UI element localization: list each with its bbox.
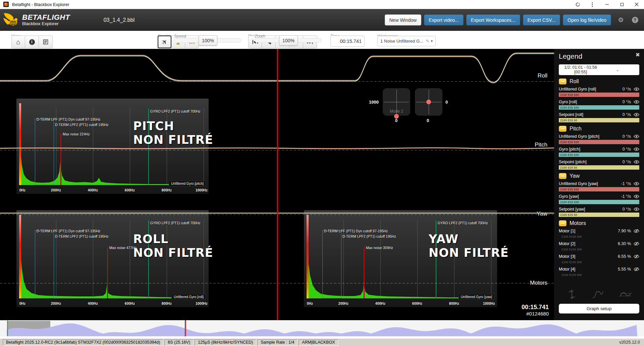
workspace-select[interactable]: 1 Noise Unfiltered G... ✎ ▾ — [377, 36, 436, 46]
collapse-group-button[interactable] — [559, 126, 567, 132]
collapse-group-button[interactable] — [559, 220, 567, 226]
spectrum-field-chip: Unfiltered Gyro [roll] — [171, 294, 206, 300]
status-sample-rate: Sample Rate : 1/4 — [257, 339, 298, 346]
legend-row[interactable]: Setpoint [pitch]0 °/s Z100 E25 $0 — [559, 159, 639, 170]
maximize-button[interactable] — [614, 0, 629, 9]
betaflight-logo: BETAFLIGHT Blackbox Explorer — [3, 12, 70, 28]
seek-bar[interactable] — [0, 320, 644, 336]
dterm-lpf-label: D-TERM LPF (PT1) Dyn cutoff 97-195Hz — [37, 117, 101, 121]
graph-area[interactable]: D-TERM LPF (PT1) Dyn cutoff 97-195Hz D-T… — [0, 49, 554, 320]
expo-curve-icon[interactable] — [592, 289, 605, 299]
view-info-button[interactable]: i — [25, 36, 39, 48]
overlay-craft-button[interactable]: ✈ — [158, 36, 171, 48]
legend-row[interactable]: Motor [4]5.55 % Z100 E100 $50 — [559, 267, 639, 277]
new-window-button[interactable]: New Window — [385, 14, 422, 25]
eye-slash-icon[interactable] — [634, 242, 639, 246]
extensions-icon[interactable] — [570, 0, 585, 9]
pencil-icon[interactable]: ✎ — [426, 39, 430, 44]
eye-slash-icon[interactable] — [634, 254, 639, 258]
view-log-button[interactable] — [39, 36, 53, 48]
max-noise-bar — [364, 247, 365, 298]
eye-icon[interactable] — [634, 207, 639, 211]
export-video-button[interactable]: Export video... — [424, 14, 464, 25]
legend-row[interactable]: Motor [1]7.90 % Z100 E100 $50 — [559, 228, 639, 239]
settings-gear-icon[interactable]: ⚙ — [616, 16, 625, 24]
minimize-button[interactable] — [600, 0, 614, 9]
menu-kebab-icon[interactable]: ⋮ — [585, 0, 600, 9]
close-button[interactable] — [629, 0, 644, 9]
toolbar: View ⌂ i Overlay ✈ Playback Speed 100% Z… — [0, 31, 644, 49]
dterm-lpf-label: D-TERM LPF (PT1) Dyn cutoff 97-195Hz — [324, 229, 388, 233]
eye-icon[interactable] — [634, 113, 639, 117]
right-stick-bottom-value: 0 — [427, 118, 429, 123]
collapse-group-button[interactable] — [559, 78, 567, 84]
legend-close-icon[interactable]: ✖ — [636, 52, 640, 58]
frame-number: #0124680 — [522, 311, 549, 316]
help-icon[interactable]: ? — [631, 16, 639, 24]
graph-setup-button[interactable]: Graph setup — [559, 304, 639, 313]
legend-row[interactable]: Unfiltered Gyro [yaw]-1 °/s Z100 E25 $30 — [559, 181, 639, 191]
info-icon: i — [29, 39, 35, 45]
dterm-lpf-range-box — [35, 119, 54, 185]
eye-icon[interactable] — [634, 147, 639, 151]
legend-row[interactable]: Motor [3]6.55 % Z100 E100 $50 — [559, 254, 639, 264]
log-range-select[interactable]: 1/2: 01:01 - 01:56 [00:55] ⌄ — [559, 64, 639, 75]
max-noise-bar — [107, 247, 108, 298]
field-name: Motor [4] — [559, 267, 618, 272]
curve-settings-bar: Z100 E25 $30 — [559, 187, 639, 191]
eye-icon[interactable] — [634, 194, 639, 198]
legend-panel: ✖ Legend 1/2: 01:01 - 01:56 [00:55] ⌄ Ro… — [554, 49, 644, 320]
view-home-button[interactable]: ⌂ — [11, 36, 25, 48]
spectrum-field-chip: Unfiltered Gyro [pitch] — [169, 181, 206, 186]
max-noise-label: Max noise 224Hz — [63, 132, 90, 136]
legend-row[interactable]: Unfiltered Gyro [pitch]0 °/s Z100 E25 $3… — [559, 134, 639, 144]
legend-row[interactable]: Motor [2]6.30 % Z100 E100 $50 — [559, 241, 639, 251]
legend-row[interactable]: Gyro [pitch]0 °/s Z100 E25 $30 — [559, 147, 639, 157]
spectrum-field-chip: Unfiltered Gyro [yaw] — [459, 294, 494, 300]
app-header: BETAFLIGHT Blackbox Explorer 03_1.4_2.bb… — [0, 9, 644, 31]
smoothing-curve-icon[interactable] — [619, 289, 632, 299]
gyro-lpf-label: GYRO LPF2 (PT1) cutoff 700Hz — [150, 221, 201, 225]
freq-tick: 800Hz — [449, 301, 459, 305]
app-icon — [3, 2, 9, 7]
time-input[interactable]: 00:15.741 — [330, 36, 365, 47]
curve-settings-bar: Z100 E25 $30 — [559, 200, 639, 204]
field-value: 6.30 % — [618, 241, 631, 246]
brand-title: BETAFLIGHT — [22, 14, 70, 21]
field-value: 0 °/s — [623, 160, 631, 164]
legend-row[interactable]: Gyro [yaw]-1 °/s Z100 E25 $30 — [559, 194, 639, 204]
export-csv-button[interactable]: Export CSV... — [523, 14, 560, 25]
eye-icon[interactable] — [634, 134, 639, 138]
freq-tick: 800Hz — [162, 301, 172, 305]
legend-row[interactable]: Setpoint [roll]0 °/s Z100 E25 $0 — [559, 112, 639, 122]
legend-row[interactable]: Unfiltered Gyro [roll]0 °/s Z100 E25 $30 — [559, 86, 639, 97]
zoom-slider[interactable]: 100% — [255, 38, 322, 43]
eye-slash-icon[interactable] — [634, 267, 639, 271]
app-version: v2025.12.0 — [619, 340, 640, 345]
freq-tick: 600Hz — [125, 301, 135, 305]
open-log-button[interactable]: Open log file/video — [563, 14, 611, 25]
eye-icon[interactable] — [634, 100, 639, 104]
playback-cursor[interactable] — [277, 49, 278, 320]
legend-row[interactable]: Gyro [roll]0 °/s Z100 E25 $30 — [559, 99, 639, 110]
zoom-vertical-icon[interactable] — [566, 289, 578, 299]
speed-slider[interactable]: 100% — [174, 38, 241, 43]
collapse-group-button[interactable] — [559, 173, 567, 179]
freq-tick: 200Hz — [51, 188, 61, 192]
spectrum-low-freq-peak — [19, 103, 21, 185]
spectrum-panel-roll: D-TERM LPF (PT1) Dyn cutoff 97-195Hz D-T… — [16, 210, 209, 307]
dterm-lpf-label: D-TERM LPF (PT1) Dyn cutoff 97-195Hz — [37, 229, 101, 233]
legend-row[interactable]: Setpoint [yaw]0 °/s Z100 E25 $0 — [559, 207, 639, 217]
seek-playhead[interactable] — [185, 320, 186, 336]
eye-icon[interactable] — [634, 182, 639, 186]
export-workspaces-button[interactable]: Export Workspaces... — [466, 14, 520, 25]
curve-settings-bar: Z100 E25 $30 — [559, 105, 639, 110]
stick-overlay: Mode 2 — [383, 88, 442, 116]
speed-slider-thumb[interactable]: 100% — [199, 35, 217, 46]
field-value: 0 °/s — [623, 87, 631, 92]
eye-icon[interactable] — [634, 87, 639, 91]
zoom-slider-thumb[interactable]: 100% — [279, 35, 298, 46]
eye-slash-icon[interactable] — [634, 229, 639, 233]
eye-icon[interactable] — [634, 160, 639, 164]
group-name: Pitch — [570, 126, 582, 132]
